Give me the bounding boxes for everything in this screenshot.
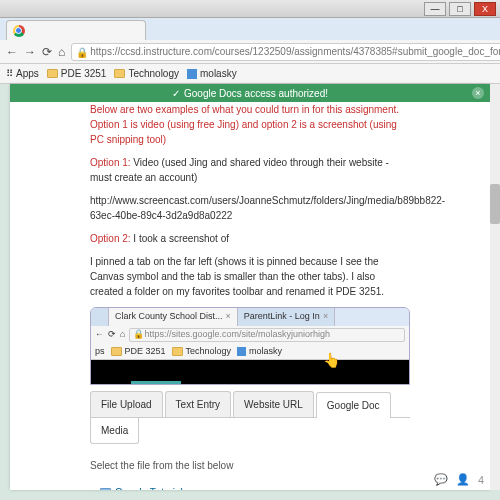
tab-google-doc[interactable]: Google Doc bbox=[316, 392, 391, 418]
option2: Option 2: I took a screenshot of bbox=[90, 231, 410, 246]
banner-text: Google Docs access authorized! bbox=[184, 88, 328, 99]
nested-home-icon: ⌂ bbox=[120, 328, 125, 342]
back-icon[interactable]: ← bbox=[6, 45, 18, 59]
chrome-icon bbox=[13, 25, 25, 37]
success-banner: ✓ Google Docs access authorized! × bbox=[10, 84, 490, 102]
molasky-bookmark[interactable]: molasky bbox=[187, 68, 237, 79]
user-count-badge[interactable]: 💬 👤 4 bbox=[434, 473, 484, 486]
screenshot-image: Clark County School Dist...× ParentLink … bbox=[90, 307, 410, 385]
chat-icon: 💬 bbox=[434, 473, 448, 486]
browser-tabs bbox=[0, 18, 500, 40]
video-url: http://www.screencast.com/users/JoanneSc… bbox=[90, 193, 410, 223]
tab-text-entry[interactable]: Text Entry bbox=[165, 391, 231, 417]
tree-folder-tutorials[interactable]: ▶Google Tutorials bbox=[90, 483, 410, 490]
url-input[interactable]: 🔒 https://ccsd.instructure.com/courses/1… bbox=[71, 43, 500, 61]
tab-file-upload[interactable]: File Upload bbox=[90, 391, 163, 417]
nested-bm-ps: ps bbox=[95, 345, 105, 359]
user-icon: 👤 bbox=[456, 473, 470, 486]
address-bar: ← → ⟳ ⌂ 🔒 https://ccsd.instructure.com/c… bbox=[0, 40, 500, 64]
option1: Option 1: Video (used Jing and shared vi… bbox=[90, 155, 410, 185]
nested-lock-icon: 🔒 bbox=[133, 328, 144, 342]
nested-back-icon: ← bbox=[95, 328, 104, 342]
folder-icon bbox=[47, 69, 58, 78]
folder-icon bbox=[100, 488, 111, 490]
nested-pinned-tab bbox=[91, 308, 109, 326]
scroll-thumb[interactable] bbox=[490, 184, 500, 224]
site-icon bbox=[187, 69, 197, 79]
nested-tab-parent: ParentLink - Log In× bbox=[238, 308, 335, 326]
banner-close-icon[interactable]: × bbox=[472, 87, 484, 99]
tab-media[interactable]: Media bbox=[90, 418, 139, 444]
active-tab[interactable] bbox=[6, 20, 146, 40]
close-window-button[interactable]: X bbox=[474, 2, 496, 16]
nested-reload-icon: ⟳ bbox=[108, 328, 116, 342]
google-docs-tree: ▶Google Tutorials ▶PDE 3152 ▶PDE 3251 Go… bbox=[90, 483, 410, 490]
lock-icon: 🔒 bbox=[76, 47, 86, 57]
nested-tab-ccsd: Clark County School Dist...× bbox=[109, 308, 238, 326]
forward-icon[interactable]: → bbox=[24, 45, 36, 59]
folder-icon bbox=[114, 69, 125, 78]
pinned-desc: I pinned a tab on the far left (shows it… bbox=[90, 254, 410, 299]
pde-bookmark[interactable]: PDE 3251 bbox=[47, 68, 107, 79]
page-content: ✓ Google Docs access authorized! × Below… bbox=[10, 84, 490, 490]
maximize-button[interactable]: □ bbox=[449, 2, 471, 16]
tab-website-url[interactable]: Website URL bbox=[233, 391, 314, 417]
intro-text: Below are two examples of what you could… bbox=[90, 102, 410, 147]
apps-bookmark[interactable]: ⠿ Apps bbox=[6, 68, 39, 79]
minimize-button[interactable]: — bbox=[424, 2, 446, 16]
bookmarks-bar: ⠿ Apps PDE 3251 Technology molasky bbox=[0, 64, 500, 84]
reload-icon[interactable]: ⟳ bbox=[42, 45, 52, 59]
expand-icon: ▶ bbox=[90, 487, 96, 491]
check-icon: ✓ bbox=[172, 88, 180, 99]
select-file-prompt: Select the file from the list below bbox=[90, 458, 410, 473]
url-text: https://ccsd.instructure.com/courses/123… bbox=[90, 46, 500, 57]
scrollbar[interactable] bbox=[490, 84, 500, 490]
home-icon[interactable]: ⌂ bbox=[58, 45, 65, 59]
tech-bookmark[interactable]: Technology bbox=[114, 68, 179, 79]
submission-tabs: File Upload Text Entry Website URL Googl… bbox=[90, 391, 410, 418]
